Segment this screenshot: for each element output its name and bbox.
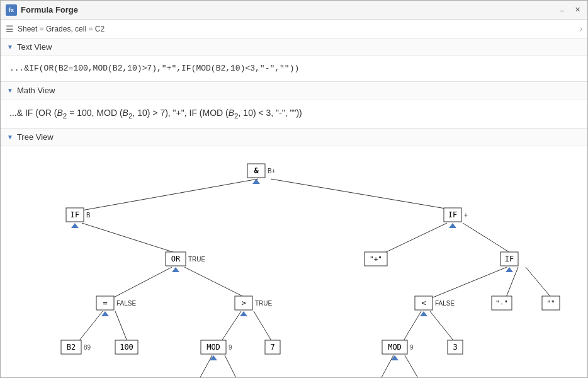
node-100[interactable]: 100 [115, 340, 138, 354]
svg-marker-35 [172, 267, 179, 272]
svg-text:"-": "-" [495, 299, 508, 307]
content-area: ▼ Text View ...&IF(OR(B2=100,MOD(B2,10)>… [1, 38, 587, 377]
svg-line-19 [405, 355, 422, 377]
title-bar: fx Formula Forge – ✕ [1, 1, 587, 20]
svg-text:TRUE: TRUE [188, 256, 206, 263]
text-view-label: Text View [17, 42, 52, 52]
svg-line-18 [377, 355, 393, 377]
svg-text:=: = [103, 299, 107, 307]
title-bar-right: – ✕ [557, 5, 582, 15]
svg-text:100: 100 [120, 343, 133, 352]
svg-text:"": "" [546, 299, 555, 307]
node-or[interactable]: OR TRUE [166, 252, 206, 272]
math-view-header[interactable]: ▼ Math View [1, 82, 587, 100]
tree-diagram: & B+ IF B IF [9, 152, 570, 377]
svg-text:+: + [464, 212, 468, 219]
math-view-section: ▼ Math View ...& IF (OR (B2 = 100, MOD (… [1, 82, 587, 129]
node-if2[interactable]: IF + [444, 208, 468, 228]
svg-text:B2: B2 [67, 343, 76, 352]
math-view-collapse-icon: ▼ [7, 87, 13, 94]
menu-icon[interactable]: ☰ [6, 24, 14, 34]
text-view-header[interactable]: ▼ Text View [1, 38, 587, 56]
tree-view-label: Tree View [17, 132, 54, 142]
svg-text:9: 9 [229, 344, 232, 351]
svg-text:TRUE: TRUE [255, 300, 273, 307]
breadcrumb-area: ☰ Sheet = Grades, cell = C2 [6, 24, 105, 34]
node-lt[interactable]: < FALSE [415, 296, 455, 316]
text-view-section: ▼ Text View ...&IF(OR(B2=100,MOD(B2,10)>… [1, 38, 587, 82]
node-7[interactable]: 7 [265, 340, 280, 354]
title-bar-left: fx Formula Forge [6, 4, 78, 16]
svg-text:B: B [86, 212, 91, 219]
math-view-label: Math View [17, 86, 55, 95]
svg-text:MOD: MOD [206, 343, 220, 352]
node-empty-string[interactable]: "" [542, 296, 560, 310]
header-bar: ☰ Sheet = Grades, cell = C2 › [1, 20, 587, 38]
svg-line-11 [115, 311, 128, 343]
tree-view-header[interactable]: ▼ Tree View [1, 129, 587, 146]
svg-text:7: 7 [270, 343, 274, 352]
node-gt[interactable]: > TRUE [235, 296, 273, 316]
sidebar-collapse-arrow[interactable]: › [580, 25, 582, 33]
window-title: Formula Forge [21, 5, 78, 14]
breadcrumb-text: Sheet = Grades, cell = C2 [18, 25, 105, 33]
svg-line-13 [254, 311, 273, 343]
svg-line-15 [430, 311, 455, 343]
node-concat[interactable]: & B+ [247, 164, 276, 184]
svg-text:IF: IF [505, 255, 514, 263]
minimize-button[interactable]: – [557, 5, 567, 15]
node-plus-string[interactable]: "+" [365, 252, 387, 266]
node-minus-string[interactable]: "-" [492, 296, 512, 310]
svg-line-6 [184, 267, 247, 299]
svg-line-9 [526, 267, 552, 299]
node-mod2[interactable]: MOD 9 [382, 340, 414, 360]
svg-line-5 [111, 267, 172, 299]
node-b2-1[interactable]: B2 89 [61, 340, 91, 354]
node-if1[interactable]: IF B [66, 208, 91, 228]
svg-line-7 [430, 267, 507, 299]
svg-line-0 [82, 179, 258, 210]
svg-text:89: 89 [84, 344, 91, 351]
tree-view-content: & B+ IF B IF [1, 146, 587, 377]
svg-marker-27 [71, 223, 79, 228]
svg-text:B+: B+ [268, 168, 276, 175]
svg-line-10 [77, 311, 103, 343]
svg-marker-31 [449, 223, 456, 228]
svg-text:&: & [254, 166, 259, 175]
svg-line-3 [381, 223, 447, 255]
close-button[interactable]: ✕ [572, 5, 582, 15]
svg-line-2 [82, 223, 181, 255]
text-view-content: ...&IF(OR(B2=100,MOD(B2,10)>7),"+",IF(MO… [1, 56, 587, 81]
tree-view-section: ▼ Tree View [1, 129, 587, 377]
svg-line-17 [225, 355, 240, 377]
math-view-content: ...& IF (OR (B2 = 100, MOD (B2, 10) > 7)… [1, 100, 587, 129]
svg-text:FALSE: FALSE [116, 300, 136, 307]
svg-line-12 [220, 311, 241, 343]
text-view-collapse-icon: ▼ [7, 43, 13, 50]
math-formula: ...& IF (OR (B2 = 100, MOD (B2, 10) > 7)… [9, 108, 302, 118]
svg-marker-44 [101, 311, 109, 316]
app-icon: fx [6, 4, 17, 16]
svg-marker-40 [506, 267, 513, 272]
svg-line-1 [271, 179, 456, 210]
svg-text:IF: IF [71, 210, 79, 219]
node-mod1[interactable]: MOD 9 [201, 340, 232, 360]
svg-text:9: 9 [410, 344, 414, 351]
svg-text:FALSE: FALSE [435, 300, 455, 307]
svg-text:"+": "+" [370, 255, 382, 263]
text-view-formula: ...&IF(OR(B2=100,MOD(B2,10)>7),"+",IF(MO… [9, 64, 299, 73]
svg-text:<: < [421, 299, 426, 307]
svg-text:OR: OR [171, 255, 181, 263]
svg-text:3: 3 [453, 343, 457, 352]
svg-text:>: > [241, 299, 246, 307]
svg-text:MOD: MOD [388, 343, 402, 352]
tree-view-collapse-icon: ▼ [7, 134, 13, 140]
main-window: fx Formula Forge – ✕ ☰ Sheet = Grades, c… [0, 0, 588, 378]
svg-line-14 [402, 311, 421, 343]
svg-line-4 [463, 223, 513, 255]
node-3[interactable]: 3 [448, 340, 463, 354]
node-if3[interactable]: IF [500, 252, 518, 272]
svg-line-16 [196, 355, 212, 377]
svg-text:IF: IF [448, 210, 457, 219]
